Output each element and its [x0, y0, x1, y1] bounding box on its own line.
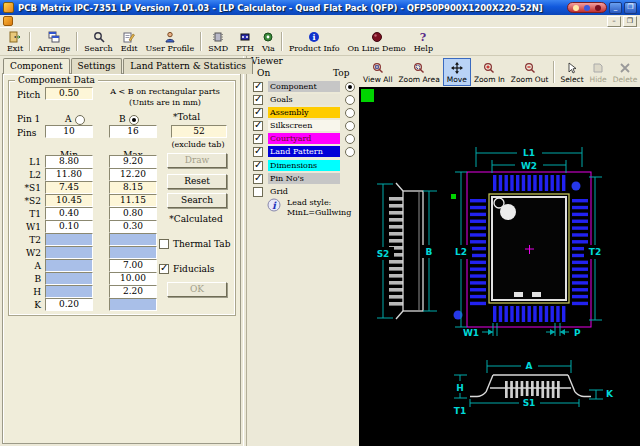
layer-top-radio[interactable] [345, 108, 355, 118]
dim-h-min-field[interactable] [45, 285, 93, 298]
total-pins-field[interactable]: 52 [171, 125, 227, 138]
dim-l1-min-field[interactable]: 8.80 [45, 155, 93, 168]
toolbar-button-search[interactable]: Search [80, 29, 116, 54]
dim-k-max-field[interactable] [109, 298, 157, 311]
zoom-in-icon [482, 61, 496, 74]
minimize-button[interactable]: _ [609, 2, 622, 14]
dim-k-min-field[interactable]: 0.20 [45, 298, 93, 311]
dim-b-min-field[interactable] [45, 272, 93, 285]
dim-t1-max-field[interactable]: 0.80 [109, 207, 157, 220]
viewer-tool-view-all[interactable]: View All [360, 58, 395, 86]
pth-component-icon [239, 30, 251, 43]
dim-s2-max-field[interactable]: 11.15 [109, 194, 157, 207]
viewer-canvas[interactable]: S2 B [359, 87, 640, 446]
toolbar-button-product-info[interactable]: iProduct Info [285, 29, 344, 54]
tab-component[interactable]: Component [3, 58, 70, 74]
search-button[interactable]: Search [167, 193, 227, 208]
toolbar-button-help[interactable]: ?Help [410, 29, 437, 54]
pin1-label: Pin 1 [17, 114, 40, 124]
move-icon [450, 61, 464, 74]
units-note: (Units are in mm) [97, 98, 233, 107]
toolbar-button-exit[interactable]: Exit [3, 29, 27, 54]
toolbar-button-label: Help [414, 44, 433, 53]
main-toolbar: ExitArrangeSearchEditUser ProfileSMDPTHV… [0, 28, 640, 56]
dim-a-max-field[interactable]: 7.00 [109, 259, 157, 272]
toolbar-button-user-profile[interactable]: User Profile [142, 29, 199, 54]
pin1-option-a-radio[interactable] [75, 115, 85, 125]
layer-visibility-checkbox[interactable] [253, 134, 263, 144]
layer-top-radio[interactable] [345, 134, 355, 144]
dim-w2-min-field[interactable] [45, 246, 93, 259]
dim-t1-min-field[interactable]: 0.40 [45, 207, 93, 220]
layer-visibility-checkbox[interactable] [253, 108, 263, 118]
pins-a-field[interactable]: 10 [45, 125, 93, 138]
layer-visibility-checkbox[interactable] [253, 187, 263, 197]
layer-visibility-checkbox[interactable] [253, 121, 263, 131]
layer-visibility-checkbox[interactable] [253, 82, 263, 92]
dim-row-label: L2 [9, 170, 41, 180]
pin1-option-b-radio[interactable] [129, 115, 139, 125]
dim-label-s1: S1 [523, 398, 536, 408]
viewer-group-title: Viewer [251, 56, 283, 66]
toolbar-button-pth[interactable]: PTH [232, 29, 258, 54]
viewer-tool-zoom-in[interactable]: Zoom In [471, 58, 508, 86]
tab-bar: ComponentSettingsLand Pattern & Statisti… [3, 58, 254, 74]
toolbar-button-edit[interactable]: Edit [117, 29, 142, 54]
dim-label-b: B [426, 247, 433, 257]
package-profile-view: A H T1 S1 K [452, 359, 614, 416]
dim-row-label: T1 [9, 209, 41, 219]
dim-t2-min-field[interactable] [45, 233, 93, 246]
pin1-option-b-label: B [119, 114, 126, 124]
viewer-tool-zoom-area[interactable]: Zoom Area [395, 58, 442, 86]
dim-h-max-field[interactable]: 2.20 [109, 285, 157, 298]
dim-a-min-field[interactable] [45, 259, 93, 272]
dim-l2-min-field[interactable]: 11.80 [45, 168, 93, 181]
dim-t2-max-field[interactable] [109, 233, 157, 246]
layer-top-radio[interactable] [345, 95, 355, 105]
window-skin-buttons[interactable] [567, 2, 607, 13]
tab-settings[interactable]: Settings [71, 58, 123, 74]
viewer-tool-zoom-out[interactable]: Zoom Out [508, 58, 552, 86]
dim-s1-max-field[interactable]: 8.15 [109, 181, 157, 194]
layer-visibility-checkbox[interactable] [253, 161, 263, 171]
toolbar-button-via[interactable]: Via [258, 29, 279, 54]
dim-row-label: W2 [9, 248, 41, 258]
viewer-tool-move[interactable]: Move [443, 58, 471, 86]
mdi-restore-button[interactable]: ❐ [623, 16, 637, 27]
layer-top-radio[interactable] [345, 121, 355, 131]
layer-color-label: Silkscreen [268, 120, 340, 131]
layer-visibility-checkbox[interactable] [253, 95, 263, 105]
dim-s1-min-field[interactable]: 7.45 [45, 181, 93, 194]
mdi-minimize-button[interactable]: – [607, 16, 621, 27]
search-icon [93, 30, 105, 43]
pins-b-field[interactable]: 16 [109, 125, 157, 138]
layer-visibility-checkbox[interactable] [253, 174, 263, 184]
dim-label-k: K [606, 389, 614, 399]
toolbar-button-on-line-demo[interactable]: On Line Demo [344, 29, 410, 54]
dim-w1-max-field[interactable]: 0.30 [109, 220, 157, 233]
draw-button: Draw [167, 153, 227, 168]
dim-l1-max-field[interactable]: 9.20 [109, 155, 157, 168]
viewer-tool-select[interactable]: Select [557, 58, 586, 86]
mdi-child-icon[interactable] [3, 16, 13, 26]
thermal-tab-checkbox[interactable] [159, 239, 169, 249]
viewer-tool-label: Zoom Out [511, 75, 549, 84]
layer-top-radio[interactable] [345, 147, 355, 157]
layer-visibility-checkbox[interactable] [253, 147, 263, 157]
dim-b-max-field[interactable]: 10.00 [109, 272, 157, 285]
toolbar-button-label: Search [84, 44, 112, 53]
dim-s2-min-field[interactable]: 10.45 [45, 194, 93, 207]
dim-label-t2: T2 [589, 247, 601, 257]
dim-w2-max-field[interactable] [109, 246, 157, 259]
tab-land-pattern-statistics[interactable]: Land Pattern & Statistics [123, 58, 253, 74]
toolbar-button-arrange[interactable]: Arrange [33, 29, 74, 54]
reset-button[interactable]: Reset [167, 174, 227, 189]
pitch-field[interactable]: 0.50 [45, 87, 93, 100]
restore-button[interactable]: ❐ [624, 2, 637, 14]
land-pattern-top-view: L1 W2 L2 T2 W1 P [450, 146, 606, 338]
layer-top-radio[interactable] [345, 82, 355, 92]
dim-w1-min-field[interactable]: 0.10 [45, 220, 93, 233]
fiducials-checkbox[interactable] [159, 264, 169, 274]
toolbar-button-smd[interactable]: SMD [204, 29, 232, 54]
dim-l2-max-field[interactable]: 12.20 [109, 168, 157, 181]
